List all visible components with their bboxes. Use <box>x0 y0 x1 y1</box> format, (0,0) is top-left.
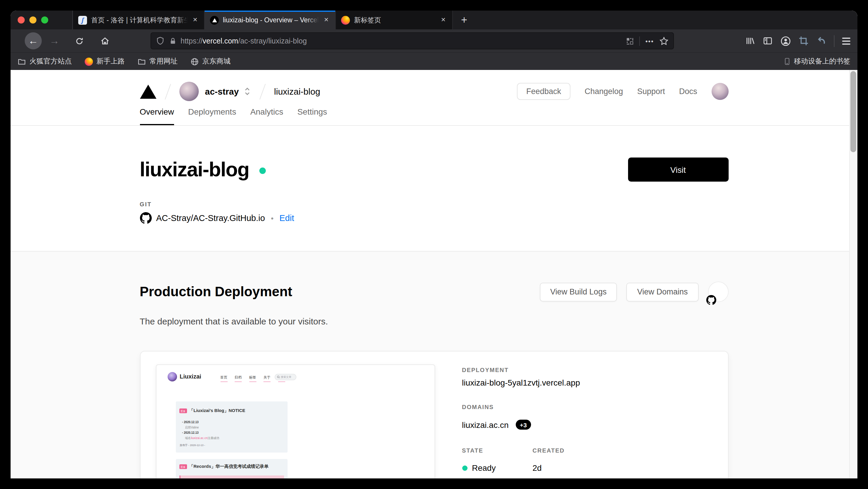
state-value: Ready <box>472 463 496 472</box>
vercel-header: ac-stray liuxizai-blog Feedback Changelo… <box>10 70 858 126</box>
mobile-phone-icon <box>783 58 791 65</box>
docs-link[interactable]: Docs <box>679 87 697 96</box>
mobile-bookmarks-label: 移动设备上的书签 <box>794 57 850 66</box>
search-icon <box>277 376 280 379</box>
preview-post-records: 置顶 「Records」华一高信竞考试成绩记录单 <box>176 459 287 479</box>
address-bar[interactable]: https://vercel.com/ac-stray/liuxizai-blo… <box>151 32 674 50</box>
view-build-logs-button[interactable]: View Build Logs <box>539 283 617 301</box>
breadcrumb: ac-stray liuxizai-blog Feedback Changelo… <box>140 70 728 101</box>
created-label: CREATED <box>532 447 564 454</box>
luogu-favicon-icon: ʃ <box>78 15 87 24</box>
page-actions-icon[interactable]: ••• <box>645 37 654 44</box>
tab-close-icon[interactable]: ✕ <box>322 16 330 24</box>
tab-deployments[interactable]: Deployments <box>188 107 236 125</box>
edit-git-link[interactable]: Edit <box>279 214 294 223</box>
github-badge-icon <box>706 295 716 305</box>
tab-title: liuxizai-blog - Overview – Vercel <box>223 17 318 24</box>
created-value: 2d <box>532 463 541 472</box>
view-domains-button[interactable]: View Domains <box>627 283 698 301</box>
breadcrumb-slash <box>164 84 170 99</box>
tab-settings[interactable]: Settings <box>297 107 327 125</box>
scrollbar-thumb[interactable] <box>850 71 856 152</box>
qr-grid-icon[interactable] <box>626 37 634 45</box>
browser-tab-newtab[interactable]: 新标签页 ✕ <box>336 10 453 29</box>
preview-nav-home: 首页 <box>220 375 227 382</box>
bookmarks-bar: 火狐官方站点 新手上路 常用网址 京东商城 <box>10 52 858 70</box>
preview-site-avatar <box>167 372 177 382</box>
section-heading: Production Deployment <box>140 284 292 300</box>
bookmark-getting-started[interactable]: 新手上路 <box>85 57 125 66</box>
team-avatar[interactable] <box>179 82 198 101</box>
tab-strip: ʃ 首页 - 洛谷 | 计算机科学教育新生 ✕ liuxizai-blog - … <box>10 10 858 29</box>
close-window-button[interactable] <box>18 17 25 24</box>
maximize-window-button[interactable] <box>41 17 48 24</box>
breadcrumb-team[interactable]: ac-stray <box>205 87 239 96</box>
bookmark-folder-firefox-official[interactable]: 火狐官方站点 <box>18 57 72 66</box>
tab-close-icon[interactable]: ✕ <box>191 16 199 24</box>
header-right: Feedback Changelog Support Docs <box>517 83 728 100</box>
more-domains-badge[interactable]: +3 <box>516 420 531 430</box>
visit-button[interactable]: Visit <box>628 158 728 182</box>
support-link[interactable]: Support <box>637 87 665 96</box>
breadcrumb-project[interactable]: liuxizai-blog <box>274 87 320 96</box>
deployment-url[interactable]: liuxizai-blog-5yal1zvtj.vercel.app <box>462 378 580 387</box>
section-subheading: The deployment that is available to your… <box>140 316 728 326</box>
folder-icon <box>18 57 26 66</box>
undo-icon[interactable] <box>816 36 826 46</box>
domain-link[interactable]: liuxizai.ac.cn <box>462 420 509 429</box>
mobile-bookmarks[interactable]: 移动设备上的书签 <box>783 57 850 66</box>
home-icon <box>100 36 110 46</box>
deployment-card[interactable]: Liuxizai 首页 归档 标签 关于 友链 <box>140 351 728 479</box>
tab-title: 首页 - 洛谷 | 计算机科学教育新生 <box>91 15 187 24</box>
bookmark-star-icon[interactable] <box>659 36 669 45</box>
back-button[interactable]: ← <box>25 32 42 50</box>
user-avatar[interactable] <box>711 83 728 100</box>
bookmark-label: 京东商城 <box>202 57 230 66</box>
shield-icon[interactable] <box>156 36 165 45</box>
firefox-window: ʃ 首页 - 洛谷 | 计算机科学教育新生 ✕ liuxizai-blog - … <box>10 10 858 479</box>
tab-analytics[interactable]: Analytics <box>250 107 283 125</box>
tab-overview[interactable]: Overview <box>140 107 174 125</box>
team-switcher-chevron-icon[interactable] <box>244 87 251 96</box>
forward-button[interactable]: → <box>46 32 63 50</box>
new-tab-button[interactable]: + <box>453 10 475 29</box>
urlbar-actions: ••• <box>626 36 669 45</box>
globe-icon <box>190 57 199 66</box>
home-button[interactable] <box>96 32 114 50</box>
vercel-logo-icon[interactable] <box>140 84 156 98</box>
preview-nav-about: 关于 <box>264 375 271 382</box>
project-tabs: Overview Deployments Analytics Settings <box>140 107 728 125</box>
urlbar-separator <box>640 36 640 45</box>
screenshot-crop-icon[interactable] <box>799 36 809 46</box>
feedback-button[interactable]: Feedback <box>517 83 571 100</box>
deploy-author-avatar[interactable] <box>708 282 728 302</box>
pinned-tag: 置顶 <box>179 409 187 413</box>
preview-site-name: Liuxizai <box>180 373 201 380</box>
minimize-window-button[interactable] <box>29 17 36 24</box>
deployment-preview-thumbnail[interactable]: Liuxizai 首页 归档 标签 关于 友链 <box>156 364 435 479</box>
menu-hamburger-icon[interactable] <box>842 37 850 44</box>
reload-button[interactable] <box>70 32 88 50</box>
scrollbar-track[interactable] <box>849 70 858 479</box>
state-label: STATE <box>462 447 532 454</box>
bookmark-label: 常用网址 <box>149 57 178 66</box>
preview-site-header: Liuxizai 首页 归档 标签 关于 友链 <box>156 365 434 394</box>
browser-tab-vercel-active[interactable]: liuxizai-blog - Overview – Vercel ✕ <box>205 10 336 29</box>
bookmark-jd-mall[interactable]: 京东商城 <box>190 57 230 66</box>
git-repo-link[interactable]: AC-Stray/AC-Stray.GitHub.io <box>156 214 265 223</box>
tab-close-icon[interactable]: ✕ <box>440 16 447 24</box>
vercel-favicon-icon <box>210 15 219 24</box>
preview-post-line: 域名liuxizai.ac.cn注册成功 <box>185 436 219 439</box>
url-path: /ac-stray/liuxizai-blog <box>238 37 307 45</box>
project-hero: liuxizai-blog Visit GIT AC-Stray/AC-Stra… <box>10 158 858 251</box>
preview-table-header-bar <box>179 476 284 479</box>
sidebar-icon[interactable] <box>763 36 773 46</box>
navigation-toolbar: ← → https://vercel.com/ <box>10 29 858 52</box>
library-icon[interactable] <box>745 36 755 46</box>
bookmark-label: 火狐官方站点 <box>29 57 72 66</box>
bookmark-folder-common-sites[interactable]: 常用网址 <box>137 57 178 66</box>
changelog-link[interactable]: Changelog <box>585 87 623 96</box>
account-icon[interactable] <box>780 36 791 46</box>
url-text: https://vercel.com/ac-stray/liuxizai-blo… <box>181 37 307 45</box>
browser-tab-luogu[interactable]: ʃ 首页 - 洛谷 | 计算机科学教育新生 ✕ <box>73 10 205 29</box>
